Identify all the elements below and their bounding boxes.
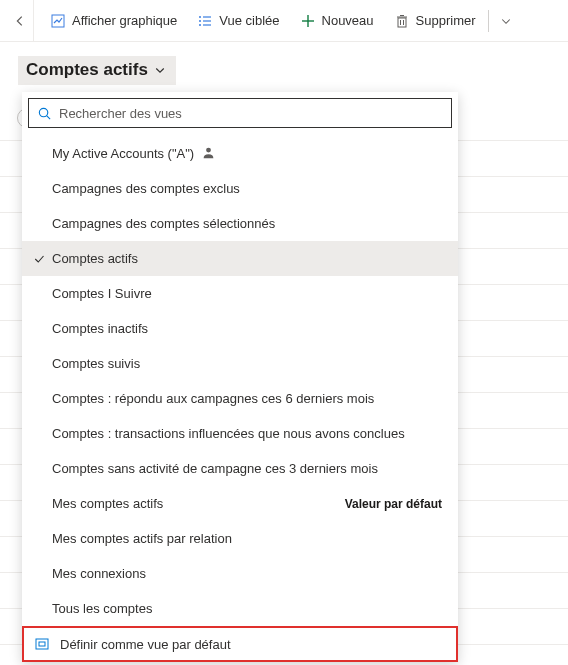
plus-icon <box>300 13 316 29</box>
view-item[interactable]: Comptes sans activité de campagne ces 3 … <box>22 451 458 486</box>
svg-point-3 <box>199 24 201 26</box>
view-item[interactable]: Campagnes des comptes sélectionnés <box>22 206 458 241</box>
set-default-icon <box>34 636 50 652</box>
view-item[interactable]: Campagnes des comptes exclus <box>22 171 458 206</box>
view-item[interactable]: Comptes : répondu aux campagnes ces 6 de… <box>22 381 458 416</box>
view-item-label: Comptes I Suivre <box>52 286 152 301</box>
separator <box>488 10 489 32</box>
view-item[interactable]: Comptes I Suivre <box>22 276 458 311</box>
list-icon <box>197 13 213 29</box>
arrow-left-icon <box>13 14 27 28</box>
view-item-label: Comptes actifs <box>52 251 138 266</box>
svg-rect-17 <box>36 639 48 649</box>
view-item-label: Comptes sans activité de campagne ces 3 … <box>52 461 378 476</box>
view-dropdown: My Active Accounts ("A") Campagnes des c… <box>22 92 458 662</box>
view-selector-label: Comptes actifs <box>26 60 148 80</box>
svg-point-1 <box>199 16 201 18</box>
view-item[interactable]: Tous les comptes <box>22 591 458 626</box>
show-chart-label: Afficher graphique <box>72 13 177 28</box>
svg-point-16 <box>206 147 211 152</box>
view-item[interactable]: Comptes inactifs <box>22 311 458 346</box>
focused-view-label: Vue ciblée <box>219 13 279 28</box>
svg-rect-18 <box>39 642 45 646</box>
delete-label: Supprimer <box>416 13 476 28</box>
view-item[interactable]: Comptes suivis <box>22 346 458 381</box>
view-item-label: Mes connexions <box>52 566 146 581</box>
show-chart-button[interactable]: Afficher graphique <box>40 0 187 42</box>
view-item-label: My Active Accounts ("A") <box>52 146 194 161</box>
view-item[interactable]: Comptes : transactions influencées que n… <box>22 416 458 451</box>
svg-line-15 <box>47 115 50 118</box>
focused-view-button[interactable]: Vue ciblée <box>187 0 289 42</box>
more-commands-button[interactable] <box>491 0 521 42</box>
view-item[interactable]: Mes connexions <box>22 556 458 591</box>
search-input[interactable] <box>59 106 443 121</box>
search-icon <box>37 106 52 121</box>
svg-point-14 <box>39 108 47 116</box>
view-item-label: Comptes : répondu aux campagnes ces 6 de… <box>52 391 374 406</box>
view-selector[interactable]: Comptes actifs <box>18 56 176 85</box>
search-wrap <box>22 92 458 132</box>
chart-icon <box>50 13 66 29</box>
new-label: Nouveau <box>322 13 374 28</box>
svg-rect-9 <box>398 18 406 27</box>
view-item[interactable]: Comptes actifs <box>22 241 458 276</box>
chevron-down-icon <box>154 64 166 76</box>
back-button[interactable] <box>6 0 34 42</box>
svg-point-2 <box>199 20 201 22</box>
default-badge: Valeur par défaut <box>345 497 442 511</box>
view-item-label: Comptes inactifs <box>52 321 148 336</box>
trash-icon <box>394 13 410 29</box>
view-item-label: Campagnes des comptes exclus <box>52 181 240 196</box>
view-item-label: Comptes suivis <box>52 356 140 371</box>
chevron-down-icon <box>500 15 512 27</box>
view-header-area: Comptes actifs <box>0 42 568 85</box>
view-item-label: Mes comptes actifs par relation <box>52 531 232 546</box>
view-item-label: Campagnes des comptes sélectionnés <box>52 216 275 231</box>
view-item[interactable]: Mes comptes actifs par relation <box>22 521 458 556</box>
person-icon <box>202 146 215 162</box>
checkmark-icon <box>32 253 46 265</box>
view-list: My Active Accounts ("A") Campagnes des c… <box>22 132 458 626</box>
view-item-label: Comptes : transactions influencées que n… <box>52 426 405 441</box>
delete-button[interactable]: Supprimer <box>384 0 486 42</box>
view-item-label: Tous les comptes <box>52 601 152 616</box>
view-item[interactable]: My Active Accounts ("A") <box>22 136 458 171</box>
view-item[interactable]: Mes comptes actifs Valeur par défaut <box>22 486 458 521</box>
set-default-label: Définir comme vue par défaut <box>60 637 231 652</box>
view-item-label: Mes comptes actifs <box>52 496 163 511</box>
set-default-view-button[interactable]: Définir comme vue par défaut <box>22 626 458 662</box>
new-button[interactable]: Nouveau <box>290 0 384 42</box>
command-bar: Afficher graphique Vue ciblée Nouveau Su… <box>0 0 568 42</box>
search-box[interactable] <box>28 98 452 128</box>
